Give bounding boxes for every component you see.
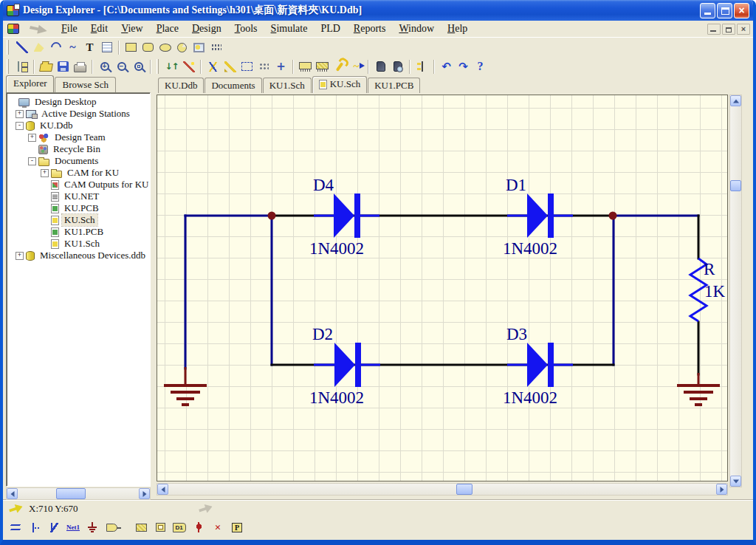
redo-button[interactable]: ↷ [455, 58, 472, 75]
run-simulation-button[interactable]: ~ [348, 58, 365, 75]
arc-tool-button[interactable] [47, 39, 64, 55]
tree-item-ku-net[interactable]: KU.NET [8, 191, 150, 202]
tree-expand-box[interactable]: + [41, 169, 49, 177]
place-power-port-button[interactable] [83, 518, 102, 536]
library-browse-button[interactable] [389, 58, 406, 75]
move-button[interactable]: + [272, 58, 289, 75]
mdi-restore-button[interactable] [722, 24, 735, 35]
maximize-button[interactable] [717, 3, 732, 18]
diode-d2[interactable]: D2 1N4002 [309, 325, 380, 407]
place-sheet-symbol-button[interactable] [151, 518, 170, 536]
tree-expand-box[interactable]: + [16, 252, 24, 260]
pcb-directive-button[interactable]: P [227, 518, 247, 536]
tree-item-active-design-stations[interactable]: + Active Design Stations [8, 108, 150, 120]
diode-d4[interactable]: D4 1N4002 [309, 176, 379, 258]
resistor-r[interactable]: R 1K [690, 258, 726, 321]
scrollbar-thumb[interactable] [56, 488, 86, 499]
place-gate-button[interactable] [102, 518, 121, 536]
ground-symbol-right[interactable] [677, 373, 720, 406]
canvas-vertical-scrollbar[interactable] [729, 95, 742, 487]
menu-reports[interactable]: Reports [347, 21, 393, 36]
component-button[interactable] [297, 58, 314, 75]
doc-tab-documents[interactable]: Documents [205, 78, 261, 93]
place-net-label-button[interactable]: Net1 [63, 518, 83, 536]
component-outline-button[interactable] [314, 58, 331, 75]
scroll-up-button[interactable] [730, 95, 741, 106]
scatter-button[interactable] [255, 58, 272, 75]
save-button[interactable] [55, 58, 72, 75]
tab-explorer[interactable]: Explorer [6, 75, 54, 92]
menu-pld[interactable]: PLD [314, 21, 346, 36]
diode-d1[interactable]: D1 1N4002 [503, 176, 573, 258]
doc-tab-ku1-sch[interactable]: KU1.Sch [263, 78, 312, 93]
tree-expand-box[interactable]: - [28, 157, 36, 165]
graphic-tool-button[interactable] [190, 39, 207, 55]
document-icon[interactable] [7, 24, 19, 34]
text-tool-button[interactable]: T [81, 39, 98, 55]
undo-button[interactable]: ↶ [438, 58, 455, 75]
tree-item-ku1-sch[interactable]: KU1.Sch [8, 238, 150, 250]
tree-item-ku-ddb[interactable]: - KU.Ddb [8, 120, 150, 131]
place-sheet-entry-button[interactable]: D1 [170, 518, 189, 536]
doc-tab-ku-sch[interactable]: KU.Sch [312, 76, 368, 93]
zoom-out-button[interactable]: − [113, 58, 130, 75]
scroll-left-button[interactable] [7, 488, 18, 499]
wand-button[interactable] [180, 58, 197, 75]
tree-expand-box[interactable]: + [28, 134, 36, 142]
tree-expand-box[interactable]: - [16, 122, 24, 130]
panel-horizontal-scrollbar[interactable] [6, 487, 151, 500]
toolbar-grip[interactable] [7, 59, 9, 74]
menu-help[interactable]: Help [441, 21, 474, 36]
round-rectangle-tool-button[interactable] [140, 39, 157, 55]
ground-symbol-left[interactable] [164, 367, 207, 406]
library-button[interactable] [372, 58, 389, 75]
mdi-close-button[interactable]: × [737, 24, 750, 35]
ellipse-tool-button[interactable] [157, 39, 173, 55]
tree-item-design-desktop[interactable]: Design Desktop [8, 96, 150, 108]
toolbar-grip[interactable] [7, 40, 9, 55]
print-button[interactable] [72, 58, 89, 75]
place-part-button[interactable] [131, 518, 151, 536]
toolbar-grip[interactable] [157, 59, 159, 74]
scrollbar-thumb[interactable] [456, 484, 472, 495]
menu-tools[interactable]: Tools [228, 21, 264, 36]
menu-design[interactable]: Design [185, 21, 228, 36]
scroll-right-button[interactable] [139, 488, 150, 499]
tree-expand-box[interactable]: + [16, 110, 24, 118]
wrench-button[interactable] [331, 58, 348, 75]
schematic-canvas[interactable]: D4 1N4002 D1 1N4002 [157, 95, 728, 481]
text-frame-tool-button[interactable] [98, 39, 115, 55]
tree-item-cam-for-ku[interactable]: + CAM for KU [8, 167, 150, 179]
tree-item-ku1-pcb[interactable]: KU1.PCB [8, 226, 150, 238]
close-button[interactable]: × [734, 3, 749, 18]
place-wire-button[interactable] [6, 518, 25, 536]
tree-item-ku-pcb[interactable]: KU.PCB [8, 202, 150, 214]
menu-file[interactable]: File [55, 21, 84, 36]
tree-item-documents[interactable]: - Documents [8, 155, 150, 167]
menu-view[interactable]: View [114, 21, 150, 36]
no-erc-button[interactable]: × [208, 518, 227, 536]
scroll-right-button[interactable] [716, 484, 727, 495]
polygon-tool-button[interactable] [30, 39, 47, 55]
scroll-down-button[interactable] [730, 476, 741, 487]
array-paste-button[interactable] [207, 39, 224, 55]
doc-tab-ku1-pcb[interactable]: KU1.PCB [368, 78, 420, 93]
place-bus-entry-button[interactable] [44, 518, 63, 536]
tree-item-miscellaneous-devices-ddb[interactable]: + Miscellaneous Devices.ddb [8, 250, 150, 261]
zoom-in-button[interactable]: + [96, 58, 113, 75]
help-button[interactable]: ? [472, 58, 489, 75]
down-arrow-icon[interactable] [29, 22, 48, 35]
menu-edit[interactable]: Edit [84, 21, 114, 36]
rectangle-tool-button[interactable] [123, 39, 140, 55]
line-tool-button[interactable] [13, 39, 30, 55]
sort-button[interactable]: ↓↑ [163, 58, 180, 75]
bezier-tool-button[interactable]: ~ [64, 39, 81, 55]
open-button[interactable] [38, 58, 55, 75]
menu-place[interactable]: Place [150, 21, 185, 36]
diode-d3[interactable]: D3 1N4002 [503, 325, 573, 407]
pie-tool-button[interactable] [173, 39, 190, 55]
scroll-left-button[interactable] [157, 484, 168, 495]
menu-window[interactable]: Window [392, 21, 441, 36]
canvas-horizontal-scrollbar[interactable] [157, 483, 728, 496]
tree-item-ku-sch[interactable]: KU.Sch [8, 214, 150, 226]
